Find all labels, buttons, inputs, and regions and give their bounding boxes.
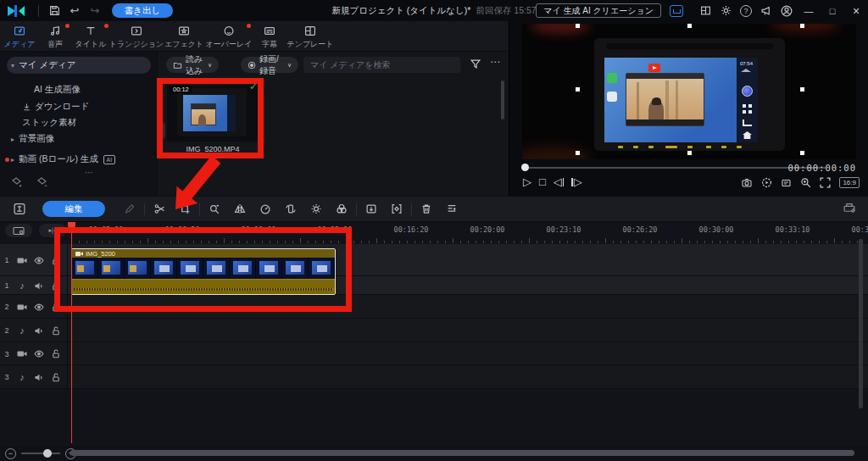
title-bar: ↩ ↪ 書き出し 新規プロジェクト (タイトルなし)* 前回保存 15:57 マ… [0,0,868,21]
sidebar-item-my-media[interactable]: ▾マイ メディア [7,57,151,74]
tab-subtitles[interactable]: 字幕 [253,21,287,52]
next-frame-button[interactable]: ▷ [571,175,582,188]
monitor-button [737,146,742,148]
tag-remove-icon[interactable] [37,177,49,187]
save-project-icon[interactable] [44,3,64,19]
tab-media[interactable]: メディア [0,21,39,52]
visibility-eye-icon[interactable] [31,302,47,313]
restore-button[interactable]: □ [821,0,844,21]
monitor-button [633,146,638,148]
chevron-right-icon[interactable]: ▸ [7,136,19,143]
fullscreen-icon[interactable] [820,177,831,188]
ruler-tick [460,241,461,243]
chevron-down-icon[interactable]: ▾ [7,62,19,69]
preview-seek-bar[interactable] [525,167,826,169]
seek-handle[interactable] [521,164,529,171]
markers-list-icon[interactable] [781,178,792,188]
sidebar-item-b-roll-generation[interactable]: ▸動画 (Bロール) 生成AI [7,151,151,168]
edit-button[interactable]: 編集 [42,201,105,217]
insert-icon[interactable] [439,203,465,214]
selection-handle[interactable] [800,24,804,28]
play-button[interactable]: ▷ [523,175,531,188]
track-manager-icon[interactable] [5,224,32,237]
aspect-ratio-chip[interactable]: 16:9 [839,177,860,188]
sidebar-more-icon[interactable]: ⋯ [85,168,94,177]
lock-icon[interactable] [47,325,64,336]
selection-handle[interactable] [800,87,804,92]
sidebar-item-downloads[interactable]: ダウンロード [7,98,151,115]
settings-gear-icon[interactable] [715,3,736,19]
ruler-tick [826,241,827,243]
ai-copilot-icon[interactable] [670,5,683,17]
export-button[interactable]: 書き出し [112,3,173,18]
selection-handle[interactable] [576,24,580,28]
close-button[interactable]: × [844,0,868,21]
sidebar-item-background-images[interactable]: ▸背景画像 [7,131,151,147]
selection-handle[interactable] [687,24,692,28]
selection-handle[interactable] [576,87,580,92]
visibility-eye-icon[interactable] [31,255,47,266]
announcements-icon[interactable] [756,3,776,19]
filter-funnel-icon[interactable] [470,58,481,69]
zoom-out-button[interactable]: − [5,448,16,459]
adjustment-panel-icon[interactable] [7,203,32,215]
pen-icon[interactable] [117,203,142,214]
speed-icon[interactable] [253,203,278,214]
visibility-eye-icon[interactable] [31,348,47,359]
undo-icon[interactable]: ↩ [64,3,85,19]
import-label: 読み込み [186,53,204,77]
video-selection-frame[interactable]: 07:54 [577,25,802,153]
render-preview-icon[interactable] [843,202,856,214]
previous-frame-button[interactable]: ◁ [554,175,565,188]
timeline-vscrollbar[interactable] [859,239,863,408]
more-options-icon[interactable]: ⋯ [490,56,500,68]
snapshot-icon[interactable] [741,178,753,188]
tag-add-icon[interactable] [12,177,24,187]
account-icon[interactable] [776,3,797,19]
help-icon[interactable]: ? [740,5,752,17]
adjust-icon[interactable] [303,203,329,214]
preview-zoom-icon[interactable] [800,177,811,188]
tab-transitions[interactable]: トランジション [110,21,163,52]
selection-handle[interactable] [687,151,692,155]
export-frame-icon[interactable] [359,203,384,214]
stop-button[interactable]: □ [539,175,546,188]
mute-speaker-icon[interactable] [31,280,47,292]
timeline-zoom-slider[interactable] [21,453,60,454]
record-button[interactable]: 録画/録音 ∨ [241,57,298,73]
rotate-icon[interactable] [278,203,303,214]
ruler-tick [643,241,644,243]
tab-titles[interactable]: タイトル [71,21,110,52]
sidebar-item-ai-generated-images[interactable]: AI 生成画像 [7,81,151,98]
tab-overlay[interactable]: オーバーレイ [205,21,253,52]
mute-speaker-icon[interactable] [31,325,47,336]
track-lane-audio-2[interactable]: 2 ♪ [0,319,868,342]
mute-speaker-icon[interactable] [31,372,47,383]
selection-handle[interactable] [576,151,580,155]
tab-effects[interactable]: エフェクト [163,21,205,52]
tab-templates[interactable]: テンプレート [287,21,334,52]
minimize-button[interactable]: — [797,0,821,21]
lock-icon[interactable] [47,348,64,359]
layout-icon[interactable] [695,3,715,19]
my-ai-creations-button[interactable]: マイ 生成 AI クリエーション [536,3,661,18]
check-icon: ✓ [249,81,508,92]
import-button[interactable]: 読み込み ∨ [166,57,219,73]
track-lane-video-3[interactable]: 3 [0,342,868,365]
lock-icon[interactable] [47,372,64,383]
redo-icon[interactable]: ↪ [85,3,105,19]
timeline-hscrollbar[interactable] [70,450,854,456]
sidebar-item-stock-media[interactable]: ストック素材 [7,114,151,131]
playback-quality-icon[interactable] [761,177,772,188]
search-input[interactable] [303,57,460,73]
selection-handle[interactable] [800,151,804,155]
folder-icon [173,61,182,69]
track-lane-audio-3[interactable]: 3 ♪ [0,365,868,389]
zoom-slider-handle[interactable] [43,449,52,458]
delete-icon[interactable] [414,203,439,214]
tab-audio[interactable]: 音声 [39,21,71,52]
color-match-icon[interactable] [329,203,354,214]
sidebar-item-label: AI 生成画像 [34,84,81,96]
track-header-audio-2: 2 ♪ [0,319,68,342]
keyframe-icon[interactable] [384,203,409,214]
